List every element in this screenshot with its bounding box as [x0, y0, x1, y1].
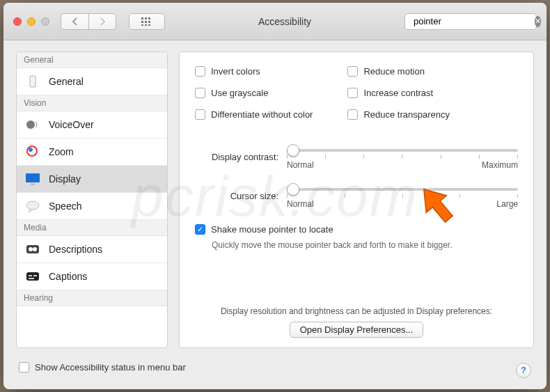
speech-icon: [24, 198, 42, 214]
section-header-vision: Vision: [17, 95, 167, 111]
category-sidebar[interactable]: General General Vision VoiceOver Zoom Di…: [16, 52, 168, 348]
svg-rect-22: [29, 275, 32, 276]
option-label: Increase contrast: [363, 88, 433, 98]
sidebar-item-display[interactable]: Display: [17, 166, 167, 193]
sidebar-item-label: Captions: [49, 271, 87, 282]
voiceover-icon: [24, 117, 42, 132]
show-in-menubar-checkbox[interactable]: Show Accessibility status in menu bar: [19, 362, 186, 373]
svg-rect-7: [145, 24, 147, 26]
svg-point-17: [26, 201, 39, 210]
slider-max-label: Maximum: [482, 160, 518, 170]
svg-rect-15: [26, 173, 40, 182]
increase-contrast-checkbox[interactable]: Increase contrast: [347, 88, 450, 98]
svg-rect-1: [145, 17, 147, 19]
help-button[interactable]: ?: [516, 363, 531, 378]
window-controls: [13, 17, 49, 26]
sidebar-item-label: VoiceOver: [49, 119, 94, 130]
option-label: Use grayscale: [211, 88, 268, 98]
sidebar-item-speech[interactable]: Speech: [17, 193, 167, 220]
maximize-button: [41, 17, 49, 26]
sidebar-item-voiceover[interactable]: VoiceOver: [17, 111, 167, 139]
slider-min-label: Normal: [287, 199, 314, 209]
captions-icon: [24, 269, 42, 284]
svg-rect-5: [148, 21, 150, 23]
display-contrast-slider[interactable]: NormalMaximum: [287, 143, 518, 170]
option-label: Show Accessibility status in menu bar: [35, 362, 186, 373]
option-label: Reduce motion: [363, 66, 424, 77]
option-label: Shake mouse pointer to locate: [211, 224, 333, 235]
open-display-prefs-button[interactable]: Open Display Preferences...: [290, 322, 424, 338]
sidebar-item-descriptions[interactable]: Descriptions: [17, 236, 167, 263]
back-button[interactable]: [61, 13, 88, 30]
slider-min-label: Normal: [287, 160, 314, 170]
section-header-general: General: [17, 52, 167, 68]
clear-search-button[interactable]: ✕: [535, 16, 541, 27]
svg-rect-4: [145, 21, 147, 23]
slider-max-label: Large: [496, 199, 518, 209]
sidebar-item-label: Descriptions: [49, 244, 102, 255]
svg-rect-6: [141, 24, 143, 26]
cursor-size-slider[interactable]: NormalLarge: [287, 182, 518, 209]
section-header-hearing: Hearing: [17, 290, 167, 306]
sidebar-item-general[interactable]: General: [17, 68, 167, 95]
svg-rect-11: [30, 76, 36, 87]
settings-panel: Invert colors Use grayscale Differentiat…: [179, 52, 534, 348]
show-all-button[interactable]: [129, 13, 165, 30]
shake-pointer-checkbox[interactable]: ✓Shake mouse pointer to locate: [195, 224, 518, 235]
svg-rect-0: [141, 17, 143, 19]
option-label: Reduce transparency: [363, 109, 450, 120]
differentiate-color-checkbox[interactable]: Differentiate without color: [195, 109, 313, 120]
close-button[interactable]: [13, 17, 22, 26]
reduce-transparency-checkbox[interactable]: Reduce transparency: [347, 109, 450, 120]
sidebar-item-zoom[interactable]: Zoom: [17, 139, 167, 166]
forward-button[interactable]: [88, 13, 116, 30]
shake-help-text: Quickly move the mouse pointer back and …: [212, 240, 518, 250]
svg-rect-24: [29, 278, 34, 279]
sidebar-item-label: General: [49, 76, 84, 87]
window-title: Accessibility: [172, 16, 398, 27]
section-header-media: Media: [17, 220, 167, 236]
sidebar-item-label: Zoom: [49, 146, 74, 157]
invert-colors-checkbox[interactable]: Invert colors: [195, 66, 313, 77]
search-input[interactable]: [414, 16, 531, 26]
svg-rect-23: [33, 275, 37, 276]
minimize-button[interactable]: [27, 17, 36, 26]
cursor-size-label: Cursor size:: [195, 191, 278, 201]
nav-group: [61, 13, 116, 30]
svg-point-20: [33, 247, 37, 251]
sidebar-item-captions[interactable]: Captions: [17, 263, 167, 290]
preferences-window: Accessibility ✕ General General Vision V…: [3, 3, 547, 389]
svg-point-12: [26, 120, 35, 129]
svg-rect-2: [148, 17, 150, 19]
titlebar: Accessibility ✕: [3, 3, 547, 40]
search-field[interactable]: ✕: [404, 13, 537, 30]
svg-point-14: [29, 148, 33, 152]
option-label: Differentiate without color: [211, 109, 313, 120]
general-icon: [24, 74, 42, 89]
display-icon: [24, 171, 42, 187]
reduce-motion-checkbox[interactable]: Reduce motion: [347, 66, 450, 77]
option-label: Invert colors: [211, 66, 260, 77]
sidebar-item-label: Speech: [49, 201, 81, 212]
use-grayscale-checkbox[interactable]: Use grayscale: [195, 88, 313, 98]
display-prefs-hint: Display resolution and brightness can be…: [195, 306, 518, 316]
svg-rect-3: [141, 21, 143, 23]
descriptions-icon: [24, 242, 42, 257]
svg-point-19: [29, 247, 33, 251]
display-contrast-label: Display contrast:: [195, 152, 278, 162]
sidebar-item-label: Display: [49, 173, 81, 185]
svg-rect-21: [26, 272, 39, 281]
svg-rect-8: [148, 24, 150, 26]
zoom-icon: [24, 144, 42, 159]
svg-rect-16: [31, 183, 35, 185]
